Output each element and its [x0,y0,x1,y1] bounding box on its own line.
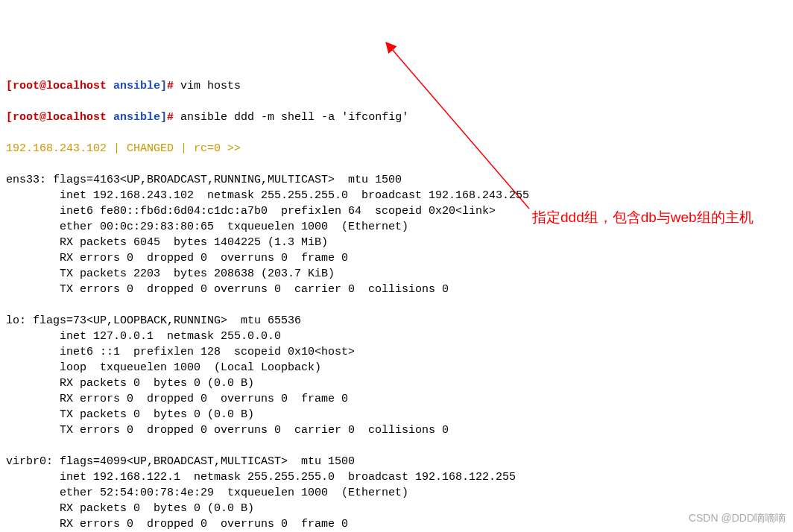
prompt-user-host: [root@localhost [6,80,107,92]
ifconfig-output-1: ens33: flags=4163<UP,BROADCAST,RUNNING,M… [6,172,787,532]
prompt-path: ansible] [113,80,167,92]
prompt-path: ansible] [113,111,167,124]
command-text: ansible ddd -m shell -a 'ifconfig' [180,111,408,124]
host-status-1: 192.168.243.102 | CHANGED | rc=0 >> [6,141,787,156]
output-line: TX errors 0 dropped 0 overruns 0 carrier… [6,282,787,297]
output-line: TX errors 0 dropped 0 overruns 0 carrier… [6,422,787,438]
prev-command-text: vim hosts [180,80,241,92]
output-line [6,438,787,454]
output-line: inet 192.168.122.1 netmask 255.255.255.0… [6,469,787,485]
prompt-user-host: [root@localhost [6,111,107,124]
output-line: ether 52:54:00:78:4e:29 txqueuelen 1000 … [6,485,787,501]
prev-command-partial: [root@localhost ansible]# vim hosts [6,78,787,94]
prompt-hash: # [167,111,174,124]
output-line: ens33: flags=4163<UP,BROADCAST,RUNNING,M… [6,172,787,188]
output-line: TX packets 0 bytes 0 (0.0 B) [6,407,787,422]
output-line: TX packets 2203 bytes 208638 (203.7 KiB) [6,266,787,282]
prompt-hash: # [167,80,174,92]
output-line: inet 127.0.0.1 netmask 255.0.0.0 [6,329,787,344]
output-line: RX packets 6045 bytes 1404225 (1.3 MiB) [6,235,787,250]
output-line: virbr0: flags=4099<UP,BROADCAST,MULTICAS… [6,454,787,469]
output-line: RX errors 0 dropped 0 overruns 0 frame 0 [6,250,787,266]
output-line: lo: flags=73<UP,LOOPBACK,RUNNING> mtu 65… [6,313,787,329]
output-line: inet 192.168.243.102 netmask 255.255.255… [6,188,787,203]
command-line: [root@localhost ansible]# ansible ddd -m… [6,110,787,125]
output-line: loop txqueuelen 1000 (Local Loopback) [6,360,787,376]
output-line: inet6 ::1 prefixlen 128 scopeid 0x10<hos… [6,344,787,360]
output-line: RX errors 0 dropped 0 overruns 0 frame 0 [6,391,787,407]
output-line: ether 00:0c:29:83:80:65 txqueuelen 1000 … [6,219,787,235]
output-line: RX packets 0 bytes 0 (0.0 B) [6,376,787,391]
output-line: RX packets 0 bytes 0 (0.0 B) [6,501,787,516]
output-line: RX errors 0 dropped 0 overruns 0 frame 0 [6,516,787,532]
output-line [6,297,787,313]
terminal-output[interactable]: [root@localhost ansible]# vim hosts [roo… [6,63,787,532]
output-line: inet6 fe80::fb6d:6d04:c1dc:a7b0 prefixle… [6,203,787,219]
